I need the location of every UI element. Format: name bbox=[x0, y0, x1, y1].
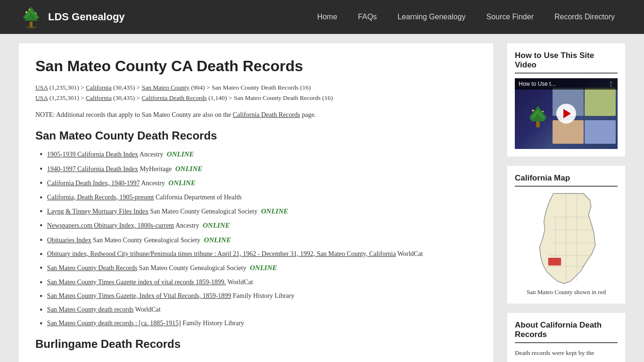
list-item: Obituaries Index San Mateo County Geneal… bbox=[40, 235, 477, 246]
record-link-10[interactable]: San Mateo County Times Gazette index of … bbox=[47, 279, 226, 286]
sidebar-video-title: How to Use This Site Video bbox=[515, 51, 618, 74]
main-nav: Home FAQs Learning Genealogy Source Find… bbox=[307, 9, 625, 25]
list-item: San Mateo County Times Gazette, Index of… bbox=[40, 291, 477, 301]
list-item: Layng & Tinney Mortuary Files Index San … bbox=[40, 206, 477, 217]
section2-title: Burlingame Death Records bbox=[35, 337, 477, 351]
video-title-bar: How to Use t... ⋮ bbox=[515, 78, 618, 90]
play-arrow-icon bbox=[563, 109, 571, 118]
site-logo[interactable]: LDS Genealogy bbox=[19, 5, 125, 29]
online-badge: ONLINE bbox=[167, 150, 194, 158]
online-badge: ONLINE bbox=[203, 222, 230, 229]
sidebar-about-section: About California Death Records Death rec… bbox=[507, 313, 625, 362]
online-badge: ONLINE bbox=[168, 179, 196, 187]
map-container: San Mateo County shown in red bbox=[515, 191, 618, 296]
svg-point-1 bbox=[25, 26, 37, 29]
nav-source-finder[interactable]: Source Finder bbox=[476, 9, 544, 25]
record-link-9[interactable]: San Mateo County Death Records bbox=[47, 264, 137, 272]
map-caption: San Mateo County shown in red bbox=[527, 288, 606, 296]
about-text: Death records were kept by the bbox=[515, 348, 618, 358]
video-thumbnail[interactable]: How to Use t... ⋮ bbox=[515, 78, 618, 149]
online-badge: ONLINE bbox=[204, 236, 231, 244]
list-item: California, Death Records, 1905-present … bbox=[40, 192, 477, 202]
svg-point-12 bbox=[532, 109, 534, 111]
sidebar: How to Use This Site Video bbox=[507, 43, 625, 362]
sidebar-map-title: California Map bbox=[515, 173, 618, 187]
video-tree-icon bbox=[526, 104, 550, 130]
ca-death-records-link[interactable]: California Death Records bbox=[233, 111, 300, 118]
nav-records-directory[interactable]: Records Directory bbox=[544, 9, 625, 25]
record-link-2[interactable]: 1940-1997 California Death Index bbox=[47, 165, 138, 173]
svg-rect-22 bbox=[548, 258, 561, 265]
video-menu-icon: ⋮ bbox=[608, 81, 614, 87]
record-link-3[interactable]: California Death Index, 1940-1997 bbox=[47, 180, 140, 187]
list-item: San Mateo County Death Records San Mateo… bbox=[40, 263, 477, 273]
note-text: NOTE: Additional records that apply to S… bbox=[35, 111, 477, 119]
record-link-5[interactable]: Layng & Tinney Mortuary Files Index bbox=[47, 208, 149, 215]
sidebar-map-section: California Map bbox=[507, 166, 625, 304]
online-badge: ONLINE bbox=[175, 165, 203, 173]
svg-point-7 bbox=[29, 9, 30, 10]
california-map-svg bbox=[524, 191, 609, 286]
breadcrumbs: USA (1,235,301) > California (30,435) > … bbox=[35, 82, 477, 103]
breadcrumb-usa-2[interactable]: USA bbox=[35, 94, 48, 101]
breadcrumb-california-1[interactable]: California bbox=[86, 84, 112, 91]
nav-faqs[interactable]: FAQs bbox=[347, 9, 387, 25]
page-title: San Mateo County CA Death Records bbox=[35, 58, 477, 75]
list-item: 1940-1997 California Death Index MyHerit… bbox=[40, 164, 477, 174]
svg-point-6 bbox=[35, 13, 37, 14]
main-content: San Mateo County CA Death Records USA (1… bbox=[19, 43, 493, 362]
record-link-8[interactable]: Obituary index, Redwood City tribune/Pen… bbox=[47, 250, 396, 257]
breadcrumb-sanmateo-1[interactable]: San Mateo County bbox=[142, 84, 190, 91]
online-badge: ONLINE bbox=[261, 207, 289, 215]
nav-learning[interactable]: Learning Genealogy bbox=[387, 9, 476, 25]
breadcrumb-ca-death-records[interactable]: California Death Records bbox=[142, 94, 207, 101]
list-item: 1905-1939 California Death Index Ancestr… bbox=[40, 149, 477, 160]
list-item: Newspapers.com Obituary Index, 1800s-cur… bbox=[40, 220, 477, 231]
records-list: 1905-1939 California Death Index Ancestr… bbox=[35, 149, 477, 328]
breadcrumb-california-2[interactable]: California bbox=[86, 94, 112, 101]
record-link-7[interactable]: Obituaries Index bbox=[47, 237, 91, 244]
list-item: Obituary index, Redwood City tribune/Pen… bbox=[40, 249, 477, 259]
list-item: San Mateo County Times Gazette index of … bbox=[40, 277, 477, 287]
site-header: LDS Genealogy Home FAQs Learning Genealo… bbox=[0, 0, 644, 34]
list-item: San Mateo County death records : [ca. 18… bbox=[40, 318, 477, 328]
svg-point-5 bbox=[25, 11, 27, 13]
record-link-11[interactable]: San Mateo County Times Gazette, Index of… bbox=[47, 292, 231, 299]
record-link-6[interactable]: Newspapers.com Obituary Index, 1800s-cur… bbox=[47, 222, 174, 229]
sidebar-about-title: About California Death Records bbox=[515, 321, 618, 343]
record-link-12[interactable]: San Mateo County death records bbox=[47, 306, 134, 313]
video-play-button[interactable] bbox=[556, 104, 576, 123]
logo-tree-icon bbox=[19, 5, 43, 29]
record-link-4[interactable]: California, Death Records, 1905-present bbox=[47, 194, 154, 201]
record-link-13[interactable]: San Mateo County death records : [ca. 18… bbox=[47, 320, 181, 327]
section-title: San Mateo County Death Records bbox=[35, 129, 477, 142]
online-badge: ONLINE bbox=[250, 264, 277, 272]
page-wrapper: San Mateo County CA Death Records USA (1… bbox=[0, 34, 644, 362]
logo-label: LDS Genealogy bbox=[48, 11, 125, 23]
record-link-1[interactable]: 1905-1939 California Death Index bbox=[47, 151, 138, 158]
video-title-text: How to Use t... bbox=[519, 81, 556, 87]
nav-home[interactable]: Home bbox=[307, 9, 348, 25]
svg-rect-8 bbox=[536, 121, 540, 127]
list-item: California Death Index, 1940-1997 Ancest… bbox=[40, 178, 477, 189]
sidebar-video-section: How to Use This Site Video bbox=[507, 43, 625, 156]
svg-point-13 bbox=[542, 111, 544, 112]
breadcrumb-usa-1[interactable]: USA bbox=[35, 84, 48, 91]
list-item: San Mateo County death records WorldCat bbox=[40, 304, 477, 314]
